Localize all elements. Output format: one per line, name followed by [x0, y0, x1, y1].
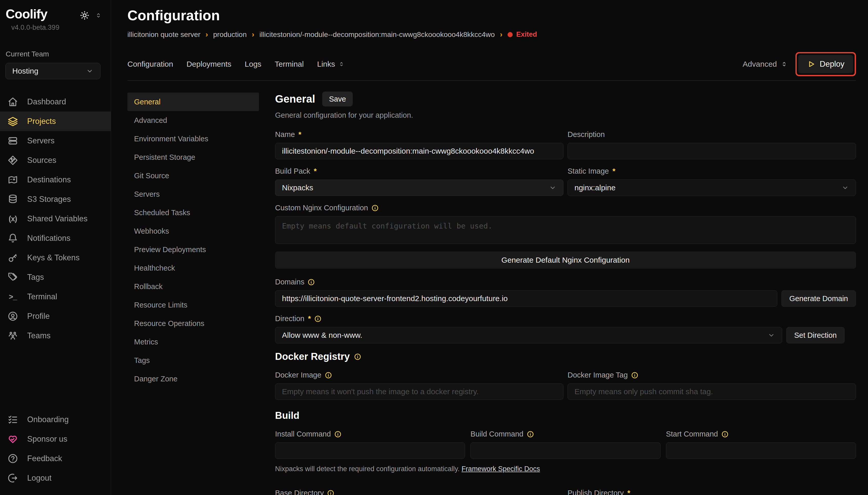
status-text: Exited — [516, 31, 537, 38]
base-directory-label: Base Directory — [275, 489, 324, 495]
config-menu-resource-operations[interactable]: Resource Operations — [127, 314, 259, 332]
sidebar-item-shared-variables[interactable]: (x) Shared Variables — [0, 209, 111, 228]
build-command-input[interactable] — [471, 442, 660, 459]
sidebar-item-keys-tokens[interactable]: Keys & Tokens — [0, 248, 111, 268]
config-menu-rollback[interactable]: Rollback — [127, 277, 259, 296]
sidebar-item-notifications[interactable]: Notifications — [0, 228, 111, 248]
config-menu-tags[interactable]: Tags — [127, 351, 259, 370]
app-version: v4.0.0-beta.399 — [6, 23, 65, 32]
breadcrumb-environment[interactable]: production — [213, 31, 247, 39]
current-team-label: Current Team — [0, 50, 111, 58]
app-logo[interactable]: Coolify — [6, 7, 65, 21]
description-input[interactable] — [568, 143, 856, 159]
info-icon — [307, 278, 315, 286]
sidebar-item-teams[interactable]: Teams — [0, 326, 111, 345]
bell-icon — [8, 233, 18, 243]
save-button[interactable]: Save — [322, 91, 353, 106]
theme-sun-icon[interactable] — [79, 10, 90, 20]
install-command-input[interactable] — [275, 442, 465, 459]
tab-logs[interactable]: Logs — [245, 60, 262, 68]
section-title: General — [275, 93, 315, 105]
sidebar-item-terminal[interactable]: >_ Terminal — [0, 287, 111, 307]
sidebar-item-dashboard[interactable]: Dashboard — [0, 92, 111, 112]
tab-configuration[interactable]: Configuration — [127, 60, 173, 68]
variables-icon: (x) — [8, 214, 18, 224]
info-icon — [324, 371, 332, 379]
sidebar-item-servers[interactable]: Servers — [0, 131, 111, 151]
sidebar-item-sources[interactable]: Sources — [0, 151, 111, 170]
domains-input[interactable] — [275, 290, 777, 307]
tab-links[interactable]: Links — [317, 60, 345, 68]
server-icon — [8, 136, 18, 146]
config-menu-servers[interactable]: Servers — [127, 185, 259, 203]
sidebar-item-destinations[interactable]: Destinations — [0, 170, 111, 190]
config-menu-environment-variables[interactable]: Environment Variables — [127, 130, 259, 148]
sidebar-item-tags[interactable]: Tags — [0, 268, 111, 287]
sidebar-nav: Dashboard Projects Servers Sources Desti… — [0, 92, 111, 345]
team-select[interactable]: Hosting — [5, 63, 101, 79]
sidebar-footer-nav: Onboarding Sponsor us Feedback Logout — [0, 410, 111, 488]
generate-domain-button[interactable]: Generate Domain — [781, 290, 856, 307]
sidebar-item-profile[interactable]: Profile — [0, 307, 111, 326]
description-label: Description — [568, 130, 605, 139]
docker-image-tag-input[interactable] — [568, 383, 856, 400]
docker-image-tag-label: Docker Image Tag — [568, 371, 628, 379]
page-title: Configuration — [127, 7, 856, 23]
config-menu-git-source[interactable]: Git Source — [127, 167, 259, 185]
custom-nginx-label: Custom Nginx Configuration — [275, 204, 368, 212]
config-menu-resource-limits[interactable]: Resource Limits — [127, 296, 259, 314]
home-icon — [8, 97, 18, 107]
key-icon — [8, 253, 18, 263]
breadcrumb: illicitonion quote server › production ›… — [127, 30, 856, 39]
required-marker: * — [314, 167, 317, 175]
general-form: General Save General configuration for y… — [275, 81, 856, 495]
info-icon — [334, 430, 342, 438]
config-menu-scheduled-tasks[interactable]: Scheduled Tasks — [127, 203, 259, 222]
build-pack-select[interactable]: Nixpacks — [275, 180, 564, 196]
chevrons-up-down-icon — [781, 61, 788, 68]
theme-selector-icon[interactable] — [95, 12, 102, 19]
sidebar-item-sponsor[interactable]: Sponsor us — [0, 429, 111, 449]
help-circle-icon — [8, 454, 18, 464]
docker-image-input[interactable] — [275, 383, 564, 400]
generate-nginx-button[interactable]: Generate Default Nginx Configuration — [275, 252, 856, 269]
framework-docs-link[interactable]: Framework Specific Docs — [461, 465, 540, 473]
info-icon — [721, 430, 729, 438]
breadcrumb-project[interactable]: illicitonion quote server — [127, 31, 200, 39]
tab-terminal[interactable]: Terminal — [275, 60, 304, 68]
name-input[interactable] — [275, 143, 564, 159]
info-icon — [631, 371, 639, 379]
static-image-select[interactable]: nginx:alpine — [568, 180, 856, 196]
sidebar-item-feedback[interactable]: Feedback — [0, 449, 111, 468]
docker-registry-heading: Docker Registry — [275, 351, 350, 362]
static-image-label: Static Image — [568, 167, 609, 175]
terminal-icon: >_ — [8, 292, 18, 302]
sidebar-item-onboarding[interactable]: Onboarding — [0, 410, 111, 429]
required-marker: * — [613, 167, 615, 175]
config-menu-preview-deployments[interactable]: Preview Deployments — [127, 240, 259, 259]
config-menu-general[interactable]: General — [127, 92, 259, 111]
advanced-selector[interactable]: Advanced — [743, 60, 787, 68]
direction-label: Direction — [275, 314, 304, 323]
breadcrumb-application[interactable]: illicitestonion/-module--decomposition:m… — [260, 31, 495, 39]
config-menu-persistent-storage[interactable]: Persistent Storage — [127, 148, 259, 167]
tab-deployments[interactable]: Deployments — [187, 60, 231, 68]
set-direction-button[interactable]: Set Direction — [786, 327, 845, 343]
config-menu-advanced[interactable]: Advanced — [127, 111, 259, 130]
chevron-down-icon — [842, 184, 849, 192]
custom-nginx-textarea[interactable] — [275, 216, 856, 244]
sidebar-item-logout[interactable]: Logout — [0, 468, 111, 488]
config-menu-metrics[interactable]: Metrics — [127, 332, 259, 351]
nixpacks-note: Nixpacks will detect the required config… — [275, 465, 856, 473]
start-command-input[interactable] — [666, 442, 856, 459]
config-menu-healthcheck[interactable]: Healthcheck — [127, 259, 259, 277]
publish-directory-label: Publish Directory — [568, 489, 624, 495]
deploy-button[interactable]: Deploy — [798, 55, 853, 73]
sidebar-item-s3-storages[interactable]: S3 Storages — [0, 190, 111, 209]
chevron-down-icon — [549, 184, 556, 192]
build-heading: Build — [275, 410, 299, 421]
config-menu-danger-zone[interactable]: Danger Zone — [127, 370, 259, 388]
sidebar-item-projects[interactable]: Projects — [0, 112, 111, 131]
config-menu-webhooks[interactable]: Webhooks — [127, 222, 259, 240]
direction-select[interactable]: Allow www & non-www. — [275, 327, 782, 343]
